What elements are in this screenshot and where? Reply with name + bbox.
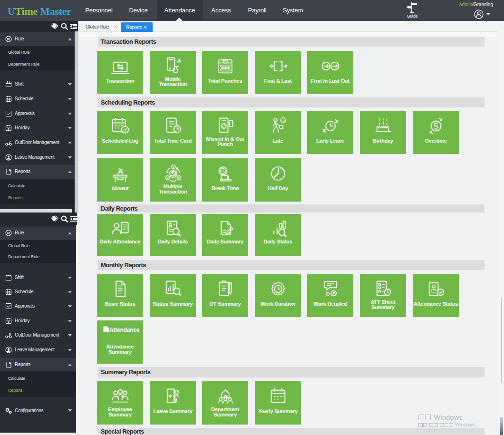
svg-text:R: R <box>7 37 10 41</box>
svg-text:R: R <box>7 231 10 235</box>
